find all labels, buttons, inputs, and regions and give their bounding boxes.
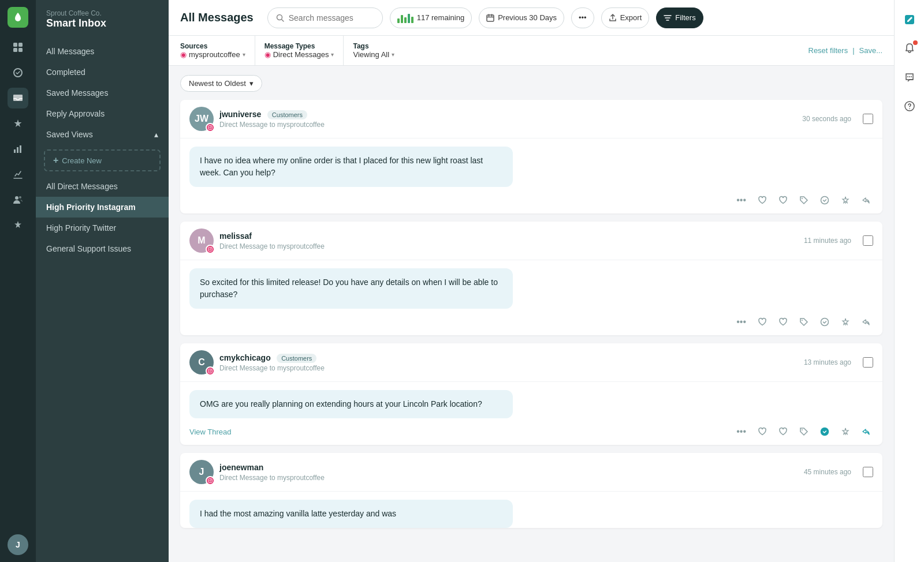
heart-fill-button[interactable] (776, 315, 790, 329)
svg-rect-7 (20, 145, 21, 153)
message-checkbox[interactable] (863, 467, 873, 477)
export-icon (609, 14, 617, 22)
avatar: JW (189, 107, 214, 131)
message-bubble: OMG are you really planning on extending… (189, 390, 513, 418)
svg-rect-0 (13, 43, 17, 47)
search-input[interactable] (289, 13, 370, 23)
nav-icon-inbox[interactable] (8, 88, 28, 108)
sidebar-item-reply-approvals[interactable]: Reply Approvals (36, 103, 169, 124)
save-filter-button[interactable]: Save... (859, 46, 882, 55)
create-new-button[interactable]: + Create New (44, 149, 161, 171)
message-time: 45 minutes ago (804, 468, 857, 476)
svg-point-8 (15, 196, 18, 200)
sources-filter[interactable]: Sources ◉ mysproutcoffee ▾ (180, 36, 255, 65)
more-action-button[interactable]: ••• (734, 193, 748, 208)
nav-icon-tasks[interactable] (8, 62, 28, 83)
main-content: All Messages 117 remaining (169, 0, 894, 562)
pin-button[interactable] (839, 193, 852, 207)
pin-button[interactable] (839, 425, 852, 439)
message-card: C cmykchicago Customers Direct Message t… (180, 343, 882, 445)
heart-outline-button[interactable] (755, 193, 769, 207)
complete-button-active[interactable] (818, 425, 832, 439)
svg-point-35 (210, 480, 211, 482)
svg-point-38 (907, 76, 908, 77)
tags-filter[interactable]: Tags Viewing All ▾ (353, 36, 404, 65)
svg-rect-34 (208, 479, 213, 483)
nav-icon-grid[interactable] (8, 37, 28, 58)
message-tag: Customers (267, 110, 307, 119)
sidebar: Sprout Coffee Co. Smart Inbox All Messag… (36, 0, 169, 562)
reset-filters-button[interactable]: Reset filters (808, 46, 848, 55)
message-time: 11 minutes ago (804, 237, 857, 245)
reply-button[interactable] (859, 193, 873, 207)
svg-rect-1 (18, 43, 23, 47)
notifications-button[interactable] (899, 38, 920, 59)
nav-icon-star[interactable] (8, 215, 28, 235)
message-checkbox[interactable] (863, 114, 873, 124)
message-checkbox[interactable] (863, 235, 873, 246)
heart-outline-button[interactable] (755, 315, 769, 329)
sidebar-item-general-support[interactable]: General Support Issues (36, 238, 169, 259)
search-icon (276, 14, 284, 22)
instagram-source-icon: ◉ (180, 50, 187, 59)
svg-rect-16 (208, 126, 213, 130)
tags-chevron: ▾ (392, 51, 394, 58)
filters-button[interactable]: Filters (656, 8, 703, 28)
tag-button[interactable] (797, 193, 811, 207)
complete-button[interactable] (818, 315, 832, 329)
tag-button[interactable] (797, 315, 811, 329)
heart-fill-button[interactable] (776, 425, 790, 439)
message-types-chevron: ▾ (331, 51, 334, 58)
user-avatar[interactable]: J (8, 534, 28, 555)
message-checkbox[interactable] (863, 357, 873, 368)
view-thread-button[interactable]: View Thread (189, 428, 232, 436)
nav-icon-pin[interactable] (8, 113, 28, 134)
saved-views-section[interactable]: Saved Views ▴ (36, 124, 169, 145)
sidebar-item-high-priority-twitter[interactable]: High Priority Twitter (36, 218, 169, 238)
chevron-up-icon: ▴ (154, 130, 158, 139)
svg-point-31 (802, 429, 803, 430)
search-box[interactable] (267, 8, 383, 28)
filterbar: Sources ◉ mysproutcoffee ▾ Message Types… (169, 36, 894, 66)
svg-rect-2 (13, 48, 17, 52)
message-username: joenewman (219, 463, 263, 472)
sidebar-item-completed[interactable]: Completed (36, 62, 169, 83)
export-button[interactable]: Export (601, 8, 650, 28)
compose-button[interactable] (899, 9, 920, 30)
avatar: C (189, 350, 214, 374)
svg-point-36 (211, 479, 211, 480)
message-actions: View Thread ••• (180, 418, 882, 445)
svg-point-17 (210, 127, 211, 129)
tags-value: Viewing All (353, 50, 389, 59)
nav-icon-chart[interactable] (8, 164, 28, 185)
nav-icon-people[interactable] (8, 189, 28, 210)
message-types-filter[interactable]: Message Types ◉ Direct Messages ▾ (264, 36, 344, 65)
heart-outline-button[interactable] (755, 425, 769, 439)
pin-button[interactable] (839, 315, 852, 329)
message-body: I had the most amazing vanilla latte yes… (180, 492, 882, 528)
complete-button[interactable] (818, 193, 832, 207)
sidebar-item-all-direct[interactable]: All Direct Messages (36, 176, 169, 197)
more-action-button[interactable]: ••• (734, 424, 748, 439)
nav-icon-reports[interactable] (8, 138, 28, 159)
create-new-label: Create New (62, 156, 102, 165)
help-button[interactable] (899, 96, 920, 117)
reply-button-active[interactable] (859, 425, 873, 439)
sidebar-item-saved-messages[interactable]: Saved Messages (36, 83, 169, 103)
remaining-badge[interactable]: 117 remaining (390, 8, 472, 28)
sidebar-item-all-messages[interactable]: All Messages (36, 41, 169, 62)
date-range-button[interactable]: Previous 30 Days (479, 8, 564, 28)
heart-fill-button[interactable] (776, 193, 790, 207)
sidebar-brand: Sprout Coffee Co. Smart Inbox (36, 9, 169, 41)
message-time: 30 seconds ago (802, 115, 857, 123)
feedback-button[interactable] (899, 67, 920, 88)
reply-button[interactable] (859, 315, 873, 329)
sort-dropdown[interactable]: Newest to Oldest ▾ (180, 75, 262, 92)
tag-button[interactable] (797, 425, 811, 439)
more-button[interactable]: ••• (571, 8, 594, 28)
message-meta: melissaf Direct Message to mysproutcoffe… (219, 231, 798, 250)
right-rail (894, 0, 924, 562)
sidebar-item-high-priority-instagram[interactable]: High Priority Instagram (36, 197, 169, 218)
more-action-button[interactable]: ••• (734, 314, 748, 329)
svg-point-18 (211, 126, 211, 127)
